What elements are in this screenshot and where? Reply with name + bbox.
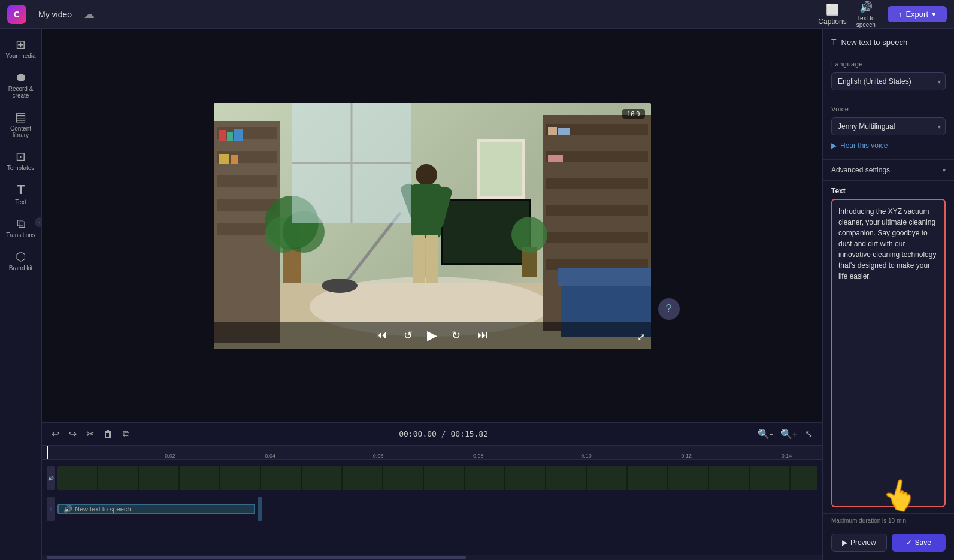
zoom-in-button[interactable]: 🔍+ bbox=[778, 427, 800, 441]
main-area: ⊞ Your media ⏺ Record &create ▤ Content … bbox=[0, 29, 954, 560]
ruler-mark-4: 0:08 bbox=[473, 453, 484, 459]
ruler-mark-7: 0:14 bbox=[782, 453, 792, 459]
zoom-out-button[interactable]: 🔍- bbox=[755, 427, 775, 441]
svg-rect-20 bbox=[546, 178, 648, 189]
voice-section: Voice Jenny Multilingual ▾ ▶ Hear this v… bbox=[823, 98, 954, 160]
timeline-tracks: 🔊 ⏸ 🔊 New text to speech bbox=[42, 460, 822, 555]
sidebar-item-brand-kit[interactable]: ⬡ Brand kit bbox=[2, 246, 40, 276]
sidebar-item-label-record-create: Record &create bbox=[8, 86, 34, 99]
svg-rect-24 bbox=[548, 127, 557, 135]
help-button[interactable]: ? bbox=[658, 298, 680, 320]
undo-button[interactable]: ↩ bbox=[49, 427, 62, 441]
preview-icon: ▶ bbox=[842, 538, 847, 547]
svg-rect-43 bbox=[480, 142, 522, 196]
cloud-sync-icon: ☁ bbox=[84, 8, 95, 21]
video-track-row: 🔊 bbox=[42, 462, 822, 494]
timeline-area: ↩ ↪ ✂ 🗑 ⧉ 00:00.00 / 00:15.82 🔍- 🔍+ ⤡ bbox=[42, 422, 822, 560]
svg-rect-33 bbox=[413, 235, 425, 283]
content-library-icon: ▤ bbox=[15, 111, 26, 123]
language-select[interactable]: English (United States) bbox=[831, 72, 946, 90]
delete-button[interactable]: 🗑 bbox=[101, 428, 116, 441]
skip-forward-button[interactable]: ⏭ bbox=[475, 326, 490, 344]
skip-back-button[interactable]: ⏮ bbox=[374, 326, 389, 344]
sidebar-item-record-create[interactable]: ⏺ Record &create bbox=[2, 66, 40, 104]
tts-track-label: New text to speech bbox=[75, 505, 131, 513]
save-label: Save bbox=[915, 538, 931, 547]
aspect-ratio-badge[interactable]: 16:9 bbox=[622, 109, 644, 119]
timecode-current: 00:00.00 bbox=[399, 429, 437, 438]
playhead[interactable] bbox=[47, 446, 48, 459]
tts-icon: 🔊 bbox=[859, 1, 873, 14]
svg-rect-28 bbox=[558, 268, 651, 286]
save-button[interactable]: ✓ Save bbox=[892, 534, 946, 552]
voice-label: Voice bbox=[831, 105, 946, 113]
ruler-mark-1: 0:02 bbox=[165, 453, 175, 459]
templates-icon: ⊡ bbox=[16, 150, 26, 162]
cut-button[interactable]: ✂ bbox=[84, 427, 96, 441]
timeline-scrollbar bbox=[42, 555, 822, 560]
tts-track[interactable]: 🔊 New text to speech bbox=[57, 504, 255, 514]
hear-voice-button[interactable]: ▶ Hear this voice bbox=[831, 139, 888, 152]
svg-rect-21 bbox=[546, 205, 648, 216]
fullscreen-button[interactable]: ⤢ bbox=[637, 331, 645, 343]
advanced-settings-chevron-icon: ▾ bbox=[943, 167, 946, 174]
play-button[interactable]: ▶ bbox=[427, 328, 437, 343]
tts-track-end-handle[interactable] bbox=[258, 497, 262, 521]
advanced-settings-row[interactable]: Advanced settings ▾ bbox=[823, 160, 954, 181]
track-handle[interactable]: 🔊 bbox=[47, 466, 55, 490]
sidebar-item-label-content-library: Content library bbox=[5, 125, 37, 138]
timeline-scroll-thumb[interactable] bbox=[47, 556, 466, 559]
export-chevron-icon: ▾ bbox=[932, 10, 936, 19]
sidebar-item-content-library[interactable]: ▤ Content library bbox=[2, 106, 40, 143]
tts-actions: ▶ Preview ✓ Save bbox=[823, 528, 954, 560]
svg-point-31 bbox=[416, 164, 437, 186]
redo-button[interactable]: ↪ bbox=[66, 427, 79, 441]
language-section: Language English (United States) ▾ bbox=[823, 53, 954, 98]
captions-label: Captions bbox=[818, 17, 846, 26]
export-button[interactable]: ↑ Export ▾ bbox=[888, 6, 947, 22]
tts-topbar-label: Text tospeech bbox=[856, 15, 876, 28]
text-input[interactable] bbox=[832, 200, 944, 506]
captions-button[interactable]: ⬜ Captions bbox=[818, 3, 846, 26]
ruler-mark-6: 0:12 bbox=[681, 453, 692, 459]
save-check-icon: ✓ bbox=[906, 538, 912, 547]
rewind-button[interactable]: ↺ bbox=[401, 326, 415, 344]
duplicate-button[interactable]: ⧉ bbox=[120, 428, 132, 441]
tts-track-handle[interactable]: ⏸ bbox=[47, 497, 55, 521]
advanced-settings-label: Advanced settings bbox=[831, 166, 890, 174]
svg-rect-26 bbox=[548, 155, 563, 162]
text-box-wrapper bbox=[831, 199, 946, 507]
topbar: C My video ☁ ⬜ Captions 🔊 Text tospeech … bbox=[0, 0, 954, 29]
svg-rect-8 bbox=[219, 130, 226, 141]
ruler-mark-2: 0:04 bbox=[265, 453, 275, 459]
export-label: Export bbox=[905, 10, 928, 19]
sidebar: ⊞ Your media ⏺ Record &create ▤ Content … bbox=[0, 29, 42, 560]
video-controls: ⏮ ↺ ▶ ↻ ⏭ ⤢ bbox=[214, 322, 651, 349]
sidebar-item-transitions[interactable]: ⧉ Transitions › bbox=[2, 213, 40, 243]
svg-rect-12 bbox=[231, 155, 238, 164]
tts-panel-header: T New text to speech bbox=[823, 29, 954, 53]
tts-panel-title: New text to speech bbox=[841, 38, 908, 47]
voice-select[interactable]: Jenny Multilingual bbox=[831, 117, 946, 135]
text-section-label: Text bbox=[831, 187, 946, 195]
fit-button[interactable]: ⤡ bbox=[802, 427, 815, 441]
tts-topbar-button[interactable]: 🔊 Text tospeech bbox=[856, 1, 876, 28]
svg-rect-34 bbox=[426, 235, 438, 283]
forward-button[interactable]: ↻ bbox=[449, 326, 463, 344]
video-preview: 16:9 ⏮ ↺ ▶ ↻ ⏭ ⤢ bbox=[214, 103, 651, 349]
timecode-separator: / bbox=[441, 429, 451, 438]
captions-icon: ⬜ bbox=[826, 3, 839, 16]
video-track[interactable] bbox=[57, 466, 817, 490]
preview-button[interactable]: ▶ Preview bbox=[831, 534, 887, 552]
sidebar-item-your-media[interactable]: ⊞ Your media bbox=[2, 34, 40, 64]
tts-panel-icon: T bbox=[831, 37, 837, 47]
sidebar-item-templates[interactable]: ⊡ Templates bbox=[2, 146, 40, 176]
svg-line-37 bbox=[346, 214, 399, 283]
your-media-icon: ⊞ bbox=[16, 38, 26, 50]
brand-kit-icon: ⬡ bbox=[16, 250, 26, 262]
sidebar-item-text[interactable]: T Text bbox=[2, 178, 40, 210]
app-logo: C bbox=[7, 5, 26, 24]
svg-point-45 bbox=[511, 217, 547, 253]
zoom-controls: 🔍- 🔍+ ⤡ bbox=[755, 427, 815, 441]
project-title-input[interactable]: My video bbox=[34, 7, 77, 22]
